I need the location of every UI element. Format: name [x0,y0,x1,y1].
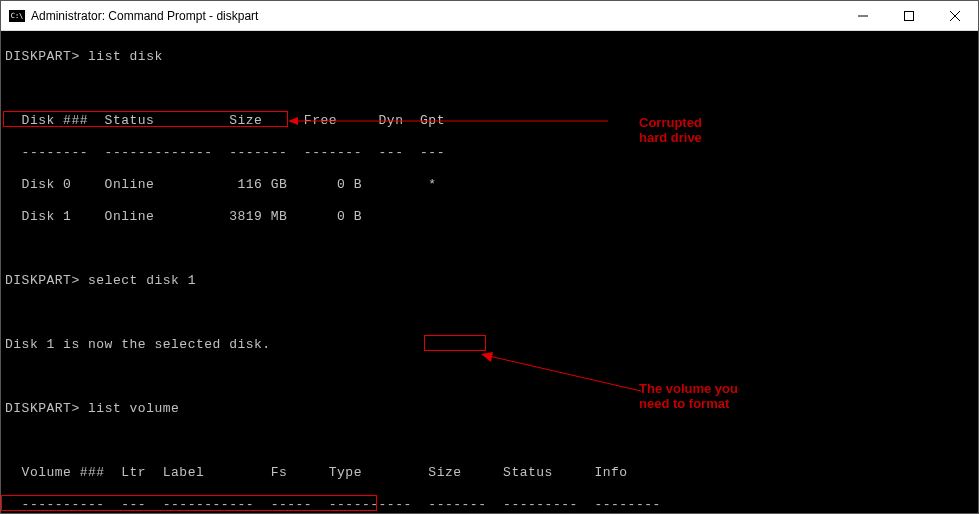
close-button[interactable] [932,1,978,31]
disk-row: Disk 0 Online 116 GB 0 B * [5,177,974,193]
svg-marker-7 [481,352,493,362]
window-title: Administrator: Command Prompt - diskpart [31,9,840,23]
blank-line [5,305,974,321]
prompt-line: DISKPART> list volume [5,401,974,417]
titlebar: C:\ Administrator: Command Prompt - disk… [1,1,978,31]
blank-line [5,241,974,257]
annotation-text-volume: The volume youneed to format [639,381,738,411]
blank-line [5,81,974,97]
blank-line [5,369,974,385]
disk-row: Disk 1 Online 3819 MB 0 B [5,209,974,225]
volume-header: Volume ### Ltr Label Fs Type Size Status… [5,465,974,481]
window-controls [840,1,978,31]
cmd-icon: C:\ [9,10,25,22]
maximize-button[interactable] [886,1,932,31]
disk-header: Disk ### Status Size Free Dyn Gpt [5,113,974,129]
selected-disk-msg: Disk 1 is now the selected disk. [5,337,974,353]
blank-line [5,433,974,449]
svg-rect-1 [905,11,914,20]
command-prompt-window: C:\ Administrator: Command Prompt - disk… [0,0,979,514]
volume-divider: ---------- --- ----------- ----- -------… [5,497,974,513]
minimize-button[interactable] [840,1,886,31]
prompt-line: DISKPART> select disk 1 [5,273,974,289]
annotation-text-corrupted: Corruptedhard drive [639,115,702,145]
disk-divider: -------- ------------- ------- ------- -… [5,145,974,161]
prompt-line: DISKPART> list disk [5,49,974,65]
terminal-output[interactable]: DISKPART> list disk Disk ### Status Size… [1,31,978,513]
